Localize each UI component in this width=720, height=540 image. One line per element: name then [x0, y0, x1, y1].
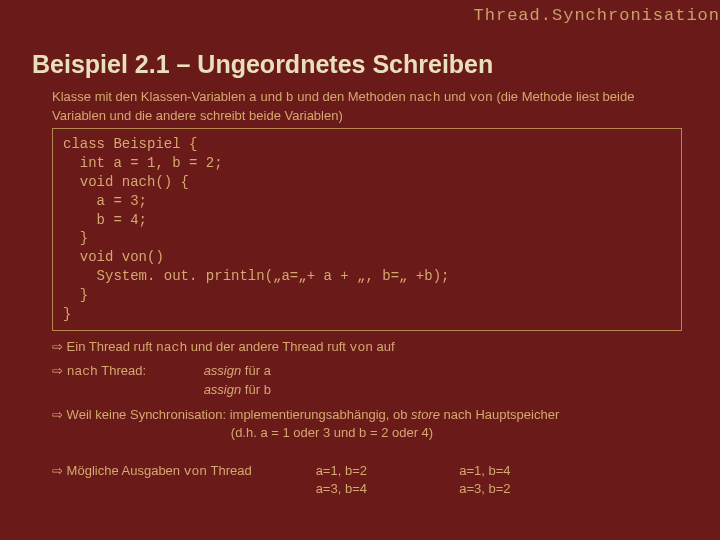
b2-assign2a: assign — [204, 382, 242, 397]
page-title: Beispiel 2.1 – Ungeordnetes Schreiben — [32, 50, 493, 79]
arrow-icon: ⇨ — [52, 463, 63, 478]
intro-t4: und — [440, 89, 469, 104]
b1-von: von — [350, 340, 373, 355]
b4-von: von — [184, 464, 207, 479]
bullet-4: ⇨ Mögliche Ausgaben von Thread a=1, b=2 … — [52, 462, 690, 497]
intro-text: Klasse mit den Klassen-Variablen a und b… — [52, 88, 690, 124]
arrow-icon: ⇨ — [52, 363, 67, 378]
b3-store: store — [411, 407, 440, 422]
bullet-1: ⇨ Ein Thread ruft nach und der andere Th… — [52, 338, 690, 357]
header-label: Thread.Synchronisation — [474, 6, 720, 25]
b3-t2: nach Hauptspeicher — [440, 407, 559, 422]
method-nach: nach — [409, 90, 440, 105]
b1-t1: Ein Thread ruft — [63, 339, 156, 354]
bullet-2: ⇨ nach Thread: assign für a assign für b — [52, 362, 690, 399]
out-c2a: a=1, b=4 — [459, 462, 599, 480]
b1-t3: auf — [373, 339, 395, 354]
b2-assign2b: für — [241, 382, 263, 397]
arrow-icon: ⇨ — [52, 407, 63, 422]
method-von: von — [469, 90, 492, 105]
b2-t1: Thread: — [98, 363, 146, 378]
b3-t1: Weil keine Synchronisation: implementier… — [63, 407, 411, 422]
out-c2b: a=3, b=2 — [459, 480, 599, 498]
b4-t2: Thread — [207, 463, 252, 478]
code-block: class Beispiel { int a = 1, b = 2; void … — [52, 128, 682, 331]
b2-assign1b: für — [241, 363, 263, 378]
arrow-icon: ⇨ — [52, 339, 63, 354]
var-b: b — [286, 90, 294, 105]
b1-nach: nach — [156, 340, 187, 355]
bullet-3: ⇨ Weil keine Synchronisation: implementi… — [52, 406, 690, 441]
var-a: a — [249, 90, 257, 105]
b2-assign2c: b — [264, 383, 272, 398]
intro-t2: und — [257, 89, 286, 104]
b4-t1: Mögliche Ausgaben — [63, 463, 184, 478]
b2-nach: nach — [67, 364, 98, 379]
b1-t2: und der andere Thread ruft — [187, 339, 349, 354]
intro-t1: Klasse mit den Klassen-Variablen — [52, 89, 249, 104]
b2-assign1a: assign — [204, 363, 242, 378]
intro-t3: und den Methoden — [294, 89, 410, 104]
b3-t3: (d.h. a = 1 oder 3 und b = 2 oder 4) — [52, 424, 612, 442]
out-c1a: a=1, b=2 — [316, 462, 456, 480]
b2-assign1c: a — [264, 364, 272, 379]
out-c1b: a=3, b=4 — [316, 480, 456, 498]
